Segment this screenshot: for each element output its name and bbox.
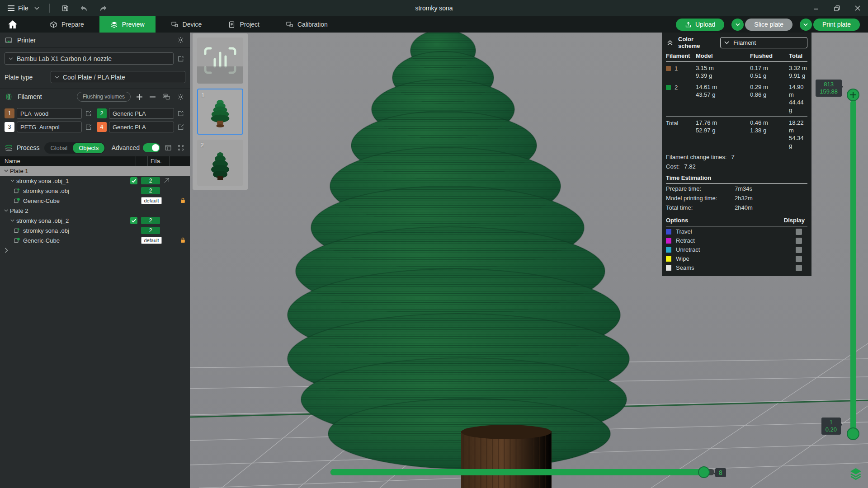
printable-checkbox[interactable]	[130, 177, 137, 186]
tab-project[interactable]: Project	[217, 16, 270, 33]
tree-row-item-7[interactable]: Generic-Cubedefault	[0, 235, 190, 245]
add-filament-button[interactable]	[135, 93, 144, 101]
undo-button[interactable]	[75, 3, 93, 14]
step-slider-handle[interactable]	[698, 466, 710, 478]
filament-swatch-1[interactable]: 1	[5, 108, 14, 118]
edit-filament-button-3[interactable]	[84, 122, 93, 131]
slice-plate-button[interactable]: Slice plate	[745, 19, 793, 31]
layer-slider-track[interactable]	[850, 100, 856, 434]
tab-device[interactable]: Device	[160, 16, 213, 33]
tree-row-plate-1[interactable]: Plate 1	[0, 166, 190, 176]
filament-swatch-2[interactable]: 2	[97, 108, 107, 118]
filament-swatch-3[interactable]: 3	[5, 122, 14, 132]
color-scheme-select[interactable]: Filament	[720, 37, 807, 48]
plate-thumbnail-plate-2[interactable]: 2	[197, 140, 243, 186]
chevron-down-icon	[724, 41, 729, 44]
chevron-down-icon	[9, 57, 13, 60]
change-times-value: 7	[731, 154, 734, 160]
hamburger-icon	[7, 5, 15, 11]
redo-button[interactable]	[94, 3, 112, 14]
lock-icon[interactable]	[180, 237, 186, 245]
tab-calibration[interactable]: Calibration	[275, 16, 339, 33]
tree-row-item-1[interactable]: stromky sona .obj_12	[0, 176, 190, 186]
printer-select[interactable]: Bambu Lab X1 Carbon 0.4 nozzle	[5, 52, 174, 65]
filament-usage-row-2: 214.61 m43.57 g0.29 m0.86 g14.90 m44.44 …	[666, 81, 807, 115]
param-table-icon[interactable]	[164, 143, 173, 152]
plate-thumbnail-plate-1[interactable]: 1	[197, 89, 243, 135]
object-settings-icon[interactable]	[164, 178, 170, 185]
plate-thumbnail-all-plates-stats[interactable]	[197, 38, 243, 84]
expand-chevron-icon[interactable]	[9, 179, 15, 182]
ams-sync-button[interactable]	[161, 92, 171, 101]
filament-assignment-badge[interactable]: 2	[141, 187, 160, 194]
home-button[interactable]	[0, 16, 25, 33]
filament-name-field-3[interactable]: PETG Aurapol	[17, 122, 82, 132]
plate-number-label: 2	[200, 141, 204, 149]
tree-row-item-5[interactable]: stromky sona .obj_22	[0, 216, 190, 225]
display-checkbox[interactable]	[796, 229, 802, 235]
advanced-toggle[interactable]	[143, 143, 160, 152]
collapse-panel-button[interactable]	[666, 39, 674, 47]
print-options-button[interactable]	[800, 19, 812, 31]
display-checkbox[interactable]	[796, 238, 802, 244]
print-plate-button[interactable]: Print plate	[813, 19, 860, 31]
process-objects-button[interactable]: Objects	[73, 143, 104, 153]
minimize-button[interactable]	[806, 0, 826, 16]
expand-chevron-icon[interactable]	[3, 209, 9, 212]
layers-view-button[interactable]	[849, 468, 863, 482]
chevron-right-icon	[5, 248, 8, 253]
total-value: 3.32 m	[789, 64, 807, 72]
filament-assignment-badge[interactable]: default	[141, 237, 162, 244]
edit-printer-button[interactable]	[176, 54, 185, 63]
tree-row-item-6[interactable]: stromky sona .obj2	[0, 225, 190, 235]
display-checkbox[interactable]	[796, 265, 802, 271]
edit-filament-button-2[interactable]	[176, 109, 185, 118]
tab-preview[interactable]: Preview	[99, 16, 156, 33]
tree-row-item-3[interactable]: Generic-Cubedefault	[0, 196, 190, 206]
tree-expand-button[interactable]	[0, 245, 8, 254]
filament-name-field-1[interactable]: PLA wood	[17, 108, 82, 119]
filament-assignment-badge[interactable]: 2	[141, 217, 160, 224]
filament-swatch-4[interactable]: 4	[97, 122, 107, 132]
filament-assignment-badge[interactable]: 2	[141, 227, 160, 234]
filament-name-field-2[interactable]: Generic PLA	[109, 108, 174, 119]
printer-settings-button[interactable]	[176, 35, 185, 45]
tree-row-item-2[interactable]: stromky sona .obj2	[0, 186, 190, 196]
flushing-volumes-button[interactable]: Flushing volumes	[77, 92, 131, 102]
file-menu-button[interactable]: File	[5, 3, 42, 14]
step-slider-track[interactable]	[330, 469, 714, 475]
step-slider-fill	[330, 469, 704, 475]
filament-settings-button[interactable]	[176, 92, 185, 102]
display-checkbox[interactable]	[796, 247, 802, 253]
display-checkbox[interactable]	[796, 256, 802, 262]
window-title: stromky sona	[0, 5, 868, 12]
filament-name-field-4[interactable]: Generic PLA	[109, 122, 174, 132]
tab-prepare[interactable]: Prepare	[39, 16, 95, 33]
layer-slider-bottom-handle[interactable]	[847, 427, 859, 440]
plate-type-select[interactable]: Cool Plate / PLA Plate	[51, 71, 185, 83]
filament-assignment-badge[interactable]: 2	[141, 177, 160, 184]
process-global-button[interactable]: Global	[45, 145, 73, 151]
filament-assignment-badge[interactable]: default	[141, 197, 162, 204]
part-add-icon	[14, 188, 20, 194]
edit-filament-button-1[interactable]	[84, 109, 93, 118]
model-value: 52.97 g	[696, 127, 750, 134]
layer-bottom-tooltip: 1 0.20	[821, 418, 841, 435]
param-compare-icon[interactable]	[176, 143, 185, 152]
printable-checkbox[interactable]	[130, 217, 137, 225]
edit-filament-button-4[interactable]	[176, 122, 185, 131]
remove-filament-button[interactable]	[148, 93, 157, 101]
layer-slider-top-handle[interactable]	[847, 89, 859, 101]
close-button[interactable]	[847, 0, 868, 16]
unretract-color-swatch	[666, 247, 671, 253]
flushed-value: 0.17 m	[750, 64, 789, 72]
restore-button[interactable]	[826, 0, 847, 16]
lock-icon[interactable]	[180, 197, 186, 205]
expand-chevron-icon[interactable]	[9, 219, 15, 222]
tree-row-plate-2[interactable]: Plate 2	[0, 206, 190, 216]
layers-icon	[849, 468, 863, 480]
expand-chevron-icon[interactable]	[3, 169, 9, 172]
save-button[interactable]	[57, 3, 74, 14]
upload-button[interactable]: Upload	[676, 19, 724, 31]
slice-options-button[interactable]	[731, 19, 744, 31]
